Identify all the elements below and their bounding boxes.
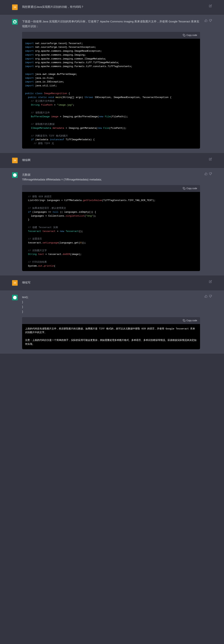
copy-label: Copy code [186, 186, 197, 190]
thumbs-up-icon[interactable] [204, 172, 207, 175]
svg-rect-0 [184, 35, 185, 36]
copy-label: Copy code [186, 33, 197, 37]
svg-rect-2 [184, 320, 185, 322]
assistant-text: text); } } } [22, 295, 200, 314]
user-avatar: 34 [12, 4, 18, 10]
code-block: Copy code // 获取 OCR 的语言 List<String> lan… [22, 185, 200, 271]
message-text: 继续写 [22, 280, 204, 285]
assistant-message: 元数据 TiffImageMetadata tiffMetadata = (Ti… [0, 168, 224, 276]
code-block: Copy code 上面的代码首先读取图片文件，然后获取图片的元数据。如果图片是… [22, 317, 200, 349]
user-message: 34 继续啊 [0, 153, 224, 168]
clipboard-icon [183, 34, 185, 36]
assistant-message: text); } } } Copy code 上面的代码首先读取图片文件，然后获… [0, 290, 224, 354]
code-block: Copy code import net.sourceforge.tess4j.… [22, 32, 200, 149]
clipboard-icon [183, 319, 185, 322]
code-content[interactable]: import net.sourceforge.tess4j.Tesseract;… [22, 39, 200, 149]
assistant-message: 下面是一段使用 Java 实现图片识别的简单代码示例，它使用了 Apache C… [0, 15, 224, 153]
edit-icon[interactable] [209, 158, 212, 161]
thumbs-up-icon[interactable] [204, 19, 207, 22]
thumbs-down-icon[interactable] [209, 172, 212, 175]
edit-icon[interactable] [209, 280, 212, 283]
copy-button[interactable]: Copy code [183, 319, 197, 322]
copy-label: Copy code [186, 319, 197, 322]
copy-button[interactable]: Copy code [183, 33, 197, 37]
edit-icon[interactable] [209, 4, 212, 8]
assistant-intro-line1: 元数据 [22, 172, 200, 177]
assistant-avatar [12, 295, 18, 300]
svg-rect-1 [184, 188, 185, 190]
message-text: 继续啊 [22, 158, 204, 162]
user-message: 34 我想要通过Java实现图片识别的功能，有代码吗？ [0, 0, 224, 15]
assistant-intro: 下面是一段使用 Java 实现图片识别的简单代码示例，它使用了 Apache C… [22, 19, 200, 29]
thumbs-down-icon[interactable] [209, 19, 212, 22]
assistant-avatar [12, 172, 18, 178]
copy-button[interactable]: Copy code [183, 186, 197, 190]
user-avatar: 34 [12, 158, 18, 163]
message-text: 我想要通过Java实现图片识别的功能，有代码吗？ [22, 4, 204, 9]
user-message: 34 继续写 [0, 276, 224, 290]
clipboard-icon [183, 187, 185, 190]
user-avatar: 34 [12, 280, 18, 286]
thumbs-down-icon[interactable] [209, 295, 212, 298]
assistant-intro-line2: TiffImageMetadata tiffMetadata = (TiffIm… [22, 177, 200, 182]
code-content[interactable]: // 获取 OCR 的语言 List<String> languages = t… [22, 192, 200, 271]
thumbs-up-icon[interactable] [204, 295, 207, 298]
code-content[interactable]: 上面的代码首先读取图片文件，然后获取图片的元数据。如果图片是 TIFF 格式的，… [22, 324, 200, 349]
assistant-avatar [12, 19, 18, 25]
